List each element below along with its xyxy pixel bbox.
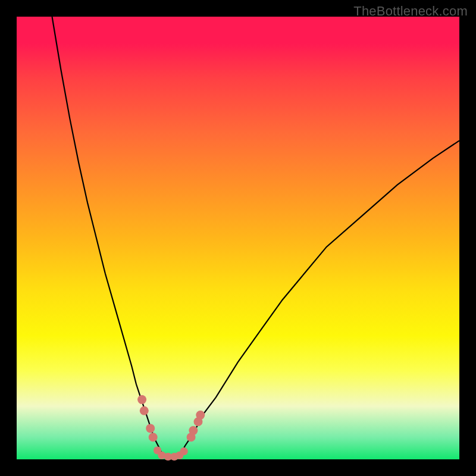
right-curve [180,140,459,455]
marker-dot [189,426,198,435]
curve-layer [17,17,459,459]
floor-bump [180,447,188,455]
marker-dot [140,406,149,415]
chart-frame: TheBottleneck.com [0,0,476,476]
floor-bumps [154,447,188,461]
plot-area [17,17,459,459]
watermark-text: TheBottleneck.com [353,4,468,19]
marker-dot [196,411,205,419]
marker-dot [149,433,158,441]
marker-dot [137,395,146,404]
marker-dot [146,424,155,433]
left-curve [52,17,163,455]
